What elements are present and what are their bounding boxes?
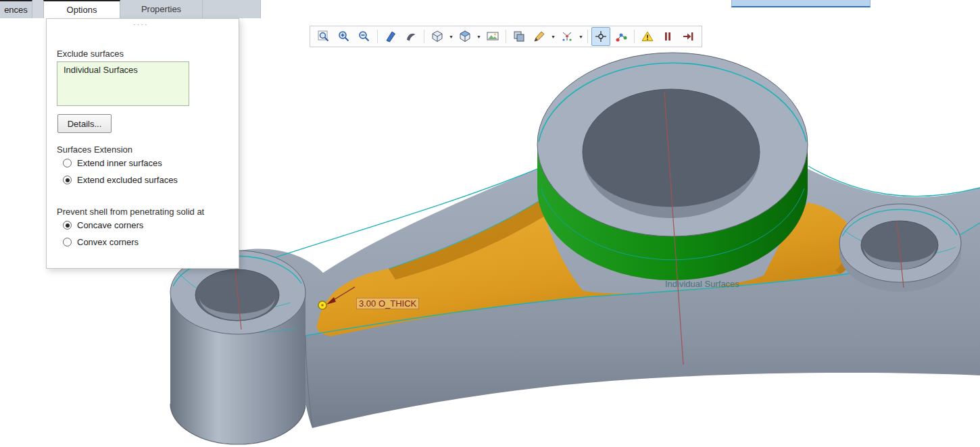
preselection-tooltip: Individual Surfaces [665, 279, 739, 289]
thickness-dimension-annotation[interactable]: 3.00 O_THICK [356, 298, 419, 309]
annotation-display-icon[interactable] [530, 27, 549, 46]
list-item[interactable]: Individual Surfaces [57, 62, 189, 75]
capture-image-icon[interactable] [483, 27, 502, 46]
display-style-dropdown-caret[interactable]: ▼ [448, 28, 454, 45]
dashboard-tab-strip: ences Options Properties [0, 0, 261, 18]
zoom-out-icon[interactable] [355, 27, 374, 46]
saved-orientations-icon[interactable] [456, 27, 474, 46]
zoom-in-icon[interactable] [335, 27, 353, 46]
toolbar-separator [634, 30, 635, 43]
tab-options[interactable]: Options [43, 0, 120, 18]
toolbar-separator [506, 30, 506, 43]
shading-icon[interactable] [401, 27, 420, 46]
exclude-surfaces-listbox[interactable]: Individual Surfaces [57, 61, 189, 106]
dashboard-input-fragment [731, 0, 871, 7]
saved-orientations-dropdown-caret[interactable]: ▼ [476, 28, 482, 45]
details-button[interactable]: Details... [57, 114, 112, 133]
warning-icon[interactable] [638, 27, 657, 46]
graphics-toolbar: ▼ ▼ ▼ ▼ [310, 26, 702, 47]
radio-label: Convex corners [77, 237, 139, 247]
refit-icon[interactable] [314, 27, 333, 46]
view-manager-icon[interactable] [510, 27, 529, 46]
radio-button[interactable] [63, 176, 72, 184]
repaint-icon[interactable] [381, 27, 400, 46]
tab-references[interactable]: ences [0, 0, 32, 18]
orient-mode-icon[interactable] [612, 27, 631, 46]
pause-icon[interactable] [658, 27, 677, 46]
radio-convex-corners[interactable]: Convex corners [63, 237, 139, 247]
radio-extend-inner-surfaces[interactable]: Extend inner surfaces [63, 158, 162, 168]
annotation-display-dropdown-caret[interactable]: ▼ [550, 28, 556, 45]
radio-button[interactable] [63, 159, 72, 167]
exclude-surfaces-label: Exclude surfaces [57, 49, 124, 59]
radio-label: Extend excluded surfaces [77, 175, 178, 185]
surfaces-extension-label: Surfaces Extension [57, 144, 132, 155]
panel-grip-handle[interactable]: ···· [133, 20, 149, 28]
prevent-penetration-label: Prevent shell from penetrating solid at [57, 207, 204, 217]
radio-extend-excluded-surfaces[interactable]: Extend excluded surfaces [63, 175, 178, 185]
display-style-icon[interactable] [428, 27, 447, 46]
radio-concave-corners[interactable]: Concave corners [63, 220, 143, 230]
radio-label: Concave corners [77, 220, 143, 230]
toolbar-separator [377, 30, 378, 43]
toolbar-separator [587, 30, 588, 43]
radio-button[interactable] [63, 221, 72, 230]
tab-spare [203, 0, 261, 18]
spin-center-icon[interactable] [591, 27, 610, 46]
datum-display-dropdown-caret[interactable]: ▼ [578, 28, 584, 45]
radio-button[interactable] [63, 238, 72, 246]
toolbar-separator [424, 30, 424, 43]
tab-properties[interactable]: Properties [120, 0, 203, 18]
shell-model[interactable] [170, 53, 980, 444]
radio-label: Extend inner surfaces [77, 158, 162, 168]
thickness-reference-point[interactable] [318, 301, 326, 309]
options-panel: ···· Exclude surfaces Individual Surface… [46, 18, 239, 269]
resume-icon[interactable] [679, 27, 697, 46]
left-boss-bore [195, 269, 279, 321]
datum-display-icon[interactable] [558, 27, 577, 46]
